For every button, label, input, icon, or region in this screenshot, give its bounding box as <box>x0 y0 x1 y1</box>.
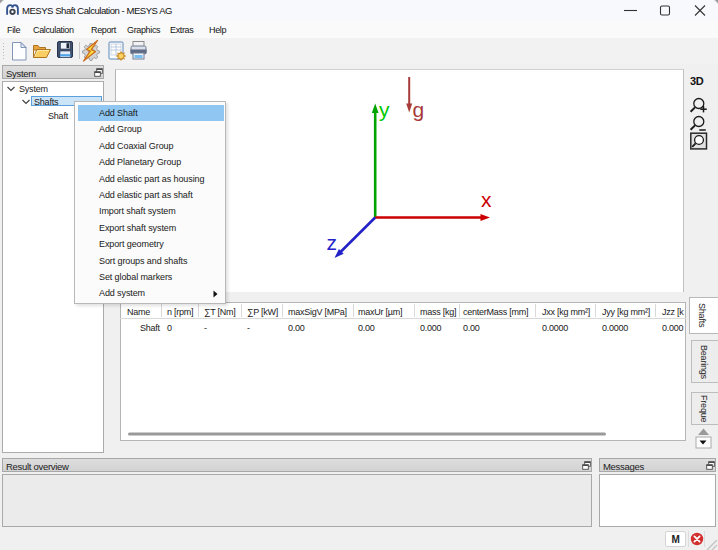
svg-text:z: z <box>327 231 337 254</box>
svg-text:g: g <box>413 98 424 121</box>
svg-text:y: y <box>379 98 390 121</box>
svg-text:x: x <box>481 188 492 211</box>
